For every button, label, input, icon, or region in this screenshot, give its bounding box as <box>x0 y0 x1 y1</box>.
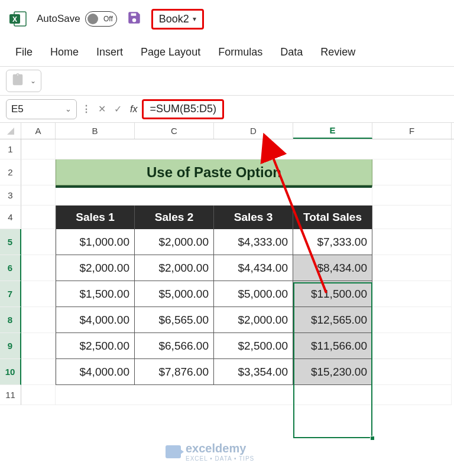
col-header-B[interactable]: B <box>56 123 135 139</box>
row-header-1[interactable]: 1 <box>0 139 21 159</box>
cell-F4[interactable] <box>372 206 452 229</box>
cancel-icon[interactable]: ✕ <box>98 103 106 115</box>
cell-E10[interactable]: $15,230.00 <box>293 359 372 385</box>
formula-input[interactable]: =SUM(B5:D5) <box>142 99 224 119</box>
name-box[interactable]: E5 ⌄ <box>6 99 77 119</box>
workbook-name[interactable]: Book2 ▾ <box>151 9 204 30</box>
cell-C7[interactable]: $5,000.00 <box>135 281 214 307</box>
cell-A4[interactable] <box>21 206 56 229</box>
tab-file[interactable]: File <box>15 46 33 58</box>
cell-D10[interactable]: $3,354.00 <box>214 359 293 385</box>
watermark-tagline: EXCEL • DATA • TIPS <box>186 455 254 462</box>
cell-B6[interactable]: $2,000.00 <box>56 255 135 281</box>
row-header-6[interactable]: 6 <box>0 255 21 281</box>
cell-D9[interactable]: $2,500.00 <box>214 333 293 359</box>
cell-F8[interactable] <box>372 307 452 333</box>
cell-E6[interactable]: $8,434.00 <box>293 255 372 281</box>
col-header-C[interactable]: C <box>135 123 214 139</box>
tab-insert[interactable]: Insert <box>96 46 123 58</box>
cell-C9[interactable]: $6,566.00 <box>135 333 214 359</box>
cell-C6[interactable]: $2,000.00 <box>135 255 214 281</box>
workbook-name-label: Book2 <box>159 13 189 25</box>
cell-A10[interactable] <box>21 359 56 385</box>
spreadsheet-grid: 1 2 Use of Paste Option 3 4 Sales 1 Sale… <box>0 139 454 405</box>
cell-E7[interactable]: $11,500.00 <box>293 281 372 307</box>
tab-home[interactable]: Home <box>50 46 79 58</box>
th-total[interactable]: Total Sales <box>293 206 372 229</box>
cell-C8[interactable]: $6,565.00 <box>135 307 214 333</box>
cell-A8[interactable] <box>21 307 56 333</box>
tab-formulas[interactable]: Formulas <box>218 46 262 58</box>
cell-A1[interactable] <box>21 139 56 159</box>
tab-page-layout[interactable]: Page Layout <box>141 46 200 58</box>
autosave-label: AutoSave <box>37 13 80 25</box>
cell-F10[interactable] <box>372 359 452 385</box>
cell-B7[interactable]: $1,500.00 <box>56 281 135 307</box>
cell[interactable] <box>56 139 452 159</box>
quick-access-row: ⌄ <box>0 66 454 96</box>
cell-E8[interactable]: $12,565.00 <box>293 307 372 333</box>
row-header-9[interactable]: 9 <box>0 333 21 359</box>
select-all-corner[interactable] <box>0 123 21 139</box>
formula-bar: E5 ⌄ ⋮ ✕ ✓ fx =SUM(B5:D5) <box>0 96 454 123</box>
paste-button[interactable]: ⌄ <box>6 70 41 92</box>
cell-B5[interactable]: $1,000.00 <box>56 229 135 255</box>
tab-review[interactable]: Review <box>320 46 355 58</box>
cell-D6[interactable]: $4,434.00 <box>214 255 293 281</box>
row-header-3[interactable]: 3 <box>0 185 21 206</box>
cell-A6[interactable] <box>21 255 56 281</box>
cell-F3[interactable] <box>372 185 452 206</box>
col-header-D[interactable]: D <box>214 123 293 139</box>
cell-C10[interactable]: $7,876.00 <box>135 359 214 385</box>
quick-caret-icon: ⌄ <box>30 77 36 85</box>
watermark-brand: exceldemy <box>186 442 254 455</box>
row-header-5[interactable]: 5 <box>0 229 21 255</box>
row-header-4[interactable]: 4 <box>0 206 21 229</box>
th-sales1[interactable]: Sales 1 <box>56 206 135 229</box>
row-header-10[interactable]: 10 <box>0 359 21 385</box>
cell-B8[interactable]: $4,000.00 <box>56 307 135 333</box>
cell-A7[interactable] <box>21 281 56 307</box>
th-sales2[interactable]: Sales 2 <box>135 206 214 229</box>
cell-F7[interactable] <box>372 281 452 307</box>
clipboard-icon <box>11 73 24 89</box>
formula-edit-buttons: ⋮ ✕ ✓ fx <box>82 103 137 115</box>
cell-merged-3[interactable] <box>56 185 372 206</box>
cell-D8[interactable]: $2,000.00 <box>214 307 293 333</box>
cell-A9[interactable] <box>21 333 56 359</box>
cell-F2[interactable] <box>372 159 452 185</box>
col-header-F[interactable]: F <box>372 123 452 139</box>
cell-A5[interactable] <box>21 229 56 255</box>
save-icon[interactable] <box>127 10 142 28</box>
cell-F9[interactable] <box>372 333 452 359</box>
cell-row11[interactable] <box>56 385 452 405</box>
confirm-icon[interactable]: ✓ <box>114 103 122 115</box>
cell-B9[interactable]: $2,500.00 <box>56 333 135 359</box>
cell-F6[interactable] <box>372 255 452 281</box>
cell-D7[interactable]: $5,000.00 <box>214 281 293 307</box>
cell-F5[interactable] <box>372 229 452 255</box>
cell-D5[interactable]: $4,333.00 <box>214 229 293 255</box>
th-sales3[interactable]: Sales 3 <box>214 206 293 229</box>
title-banner[interactable]: Use of Paste Option <box>56 159 372 185</box>
cell-E5[interactable]: $7,333.00 <box>293 229 372 255</box>
tab-data[interactable]: Data <box>280 46 303 58</box>
col-header-E[interactable]: E <box>293 123 372 139</box>
row-header-7[interactable]: 7 <box>0 281 21 307</box>
autosave-toggle[interactable]: Off <box>85 11 117 27</box>
name-box-value: E5 <box>11 103 24 115</box>
fill-handle[interactable] <box>370 436 375 441</box>
toggle-knob-icon <box>87 14 98 24</box>
row-header-11[interactable]: 11 <box>0 385 21 405</box>
row-header-8[interactable]: 8 <box>0 307 21 333</box>
row-header-2[interactable]: 2 <box>0 159 21 185</box>
cell-B10[interactable]: $4,000.00 <box>56 359 135 385</box>
cell-E9[interactable]: $11,566.00 <box>293 333 372 359</box>
cell-A2[interactable] <box>21 159 56 185</box>
cell-A11[interactable] <box>21 385 56 405</box>
col-header-A[interactable]: A <box>21 123 56 139</box>
cell-A3[interactable] <box>21 185 56 206</box>
fx-icon[interactable]: fx <box>130 104 137 115</box>
cell-C5[interactable]: $2,000.00 <box>135 229 214 255</box>
toggle-off-label: Off <box>103 15 113 23</box>
